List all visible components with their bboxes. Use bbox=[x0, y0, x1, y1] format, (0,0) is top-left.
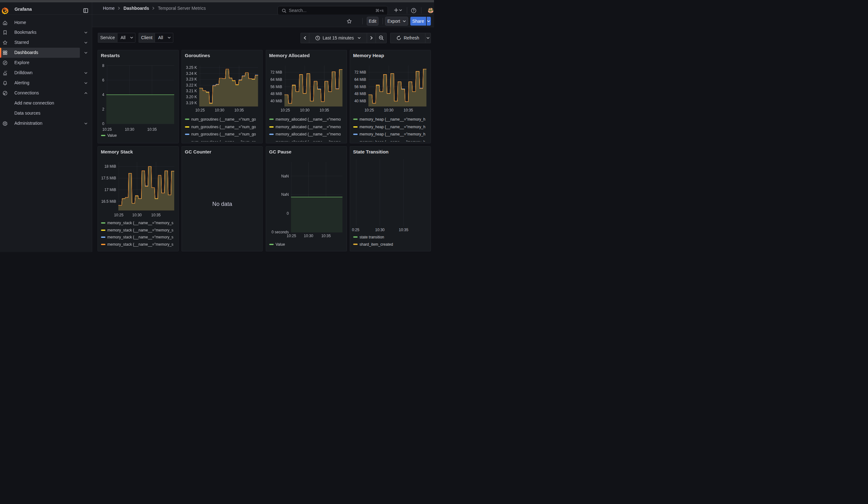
svg-text:56 MiB: 56 MiB bbox=[270, 85, 282, 89]
svg-text:0 seconds: 0 seconds bbox=[271, 230, 289, 234]
svg-text:10:30: 10:30 bbox=[375, 228, 384, 232]
svg-text:memory_stack {__name__="memory: memory_stack {__name__="memory_s bbox=[107, 235, 173, 239]
svg-text:memory_allocated {__name__="me: memory_allocated {__name__="memo bbox=[276, 132, 341, 136]
svg-text:10:30: 10:30 bbox=[215, 108, 224, 112]
svg-text:memory_stack {__name__="memory: memory_stack {__name__="memory_s bbox=[107, 242, 173, 247]
svg-text:48 MiB: 48 MiB bbox=[354, 92, 366, 96]
svg-text:10:25: 10:25 bbox=[102, 127, 112, 132]
svg-text:0: 0 bbox=[102, 122, 104, 126]
svg-text:56 MiB: 56 MiB bbox=[354, 85, 366, 89]
svg-text:NaN: NaN bbox=[281, 174, 289, 178]
svg-text:?: ? bbox=[413, 9, 414, 12]
svg-text:10:35: 10:35 bbox=[234, 108, 244, 112]
svg-text:10:25: 10:25 bbox=[364, 108, 374, 112]
svg-text:memory_allocated {__name__="me: memory_allocated {__name__="memo bbox=[276, 125, 341, 129]
svg-text:72 MiB: 72 MiB bbox=[270, 70, 282, 74]
svg-text:3.22 K: 3.22 K bbox=[186, 83, 197, 88]
svg-text:memory_heap {__name__="memory_: memory_heap {__name__="memory_h bbox=[360, 132, 425, 136]
svg-text:10:25: 10:25 bbox=[195, 108, 205, 112]
svg-text:10:30: 10:30 bbox=[384, 108, 393, 112]
svg-text:3.23 K: 3.23 K bbox=[186, 77, 197, 81]
svg-text:17 MiB: 17 MiB bbox=[104, 187, 116, 192]
svg-text:NaN: NaN bbox=[281, 192, 289, 197]
svg-text:memory_heap {__name__="memory_: memory_heap {__name__="memory_h bbox=[360, 125, 425, 129]
svg-text:10:25: 10:25 bbox=[280, 108, 290, 112]
svg-text:17.5 MiB: 17.5 MiB bbox=[101, 176, 116, 180]
svg-text:6: 6 bbox=[102, 78, 104, 82]
svg-text:40 MiB: 40 MiB bbox=[270, 99, 282, 103]
svg-text:3.25 K: 3.25 K bbox=[186, 65, 197, 70]
svg-text:memory_allocated {__name__="me: memory_allocated {__name__="memo bbox=[276, 117, 341, 122]
svg-text:3.19 K: 3.19 K bbox=[186, 101, 197, 105]
svg-text:3.24 K: 3.24 K bbox=[186, 71, 197, 76]
svg-text:64 MiB: 64 MiB bbox=[354, 78, 366, 82]
svg-text:3.20 K: 3.20 K bbox=[186, 95, 197, 99]
svg-text:num_goroutines {__name__="num_: num_goroutines {__name__="num_go bbox=[191, 132, 256, 136]
svg-text:72 MiB: 72 MiB bbox=[354, 70, 366, 74]
svg-text:10:25: 10:25 bbox=[114, 213, 123, 217]
svg-text:num_goroutines {__name__="num_: num_goroutines {__name__="num_go bbox=[191, 117, 256, 122]
svg-text:Value: Value bbox=[107, 133, 117, 138]
svg-text:Value: Value bbox=[276, 242, 285, 247]
svg-text:4: 4 bbox=[102, 93, 104, 97]
svg-text:3.21 K: 3.21 K bbox=[186, 89, 197, 93]
svg-text:48 MiB: 48 MiB bbox=[270, 92, 282, 96]
svg-text:16.5 MiB: 16.5 MiB bbox=[101, 199, 116, 204]
svg-text:memory_stack {__name__="memory: memory_stack {__name__="memory_s bbox=[107, 221, 173, 225]
svg-text:10:35: 10:35 bbox=[403, 108, 413, 112]
svg-text:10:25: 10:25 bbox=[287, 234, 296, 238]
svg-text:10:35: 10:35 bbox=[319, 108, 329, 112]
svg-text:10:30: 10:30 bbox=[125, 127, 134, 132]
svg-text:8: 8 bbox=[102, 63, 104, 68]
svg-text:10:35: 10:35 bbox=[151, 213, 161, 217]
svg-text:40 MiB: 40 MiB bbox=[354, 99, 366, 103]
svg-text:64 MiB: 64 MiB bbox=[270, 78, 282, 82]
svg-text:memory_heap {__name__="memory_: memory_heap {__name__="memory_h bbox=[360, 117, 425, 122]
svg-text:10:30: 10:30 bbox=[300, 108, 309, 112]
svg-text:18 MiB: 18 MiB bbox=[104, 164, 116, 169]
svg-text:2: 2 bbox=[102, 107, 104, 112]
svg-text:shard_item_created: shard_item_created bbox=[360, 242, 393, 247]
svg-text:0: 0 bbox=[287, 211, 289, 216]
svg-text:10:35: 10:35 bbox=[147, 127, 157, 132]
svg-text:memory_stack {__name__="memory: memory_stack {__name__="memory_s bbox=[107, 228, 173, 233]
svg-text:0:25: 0:25 bbox=[352, 228, 360, 232]
svg-text:10:30: 10:30 bbox=[304, 234, 313, 238]
svg-text:10:30: 10:30 bbox=[132, 213, 142, 217]
svg-text:10:35: 10:35 bbox=[399, 228, 408, 232]
svg-text:10:35: 10:35 bbox=[321, 234, 330, 238]
svg-text:num_goroutines {__name__="num_: num_goroutines {__name__="num_go bbox=[191, 125, 256, 129]
svg-text:state transition: state transition bbox=[360, 235, 384, 239]
